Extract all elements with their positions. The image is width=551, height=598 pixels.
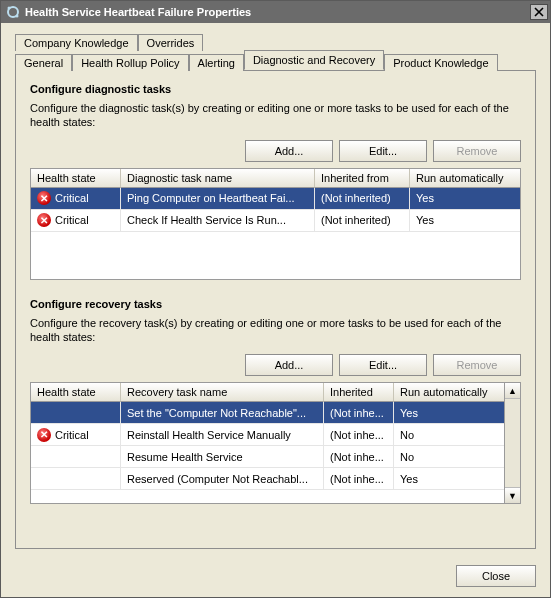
window-close-button[interactable] xyxy=(530,4,548,20)
window-title: Health Service Heartbeat Failure Propert… xyxy=(25,6,530,18)
tab-diagnostic-and-recovery[interactable]: Diagnostic and Recovery xyxy=(244,50,384,70)
cell-auto: Yes xyxy=(410,188,520,209)
tab-overrides[interactable]: Overrides xyxy=(138,34,204,51)
diagnostic-grid-body: ✕ Critical Ping Computer on Heartbeat Fa… xyxy=(31,188,520,276)
cell-auto: Yes xyxy=(410,210,520,231)
col-diagnostic-task-name[interactable]: Diagnostic task name xyxy=(121,169,315,188)
cell-inherited: (Not inhe... xyxy=(324,446,394,467)
cell-inherited: (Not inhe... xyxy=(324,424,394,445)
cell-inherited: (Not inherited) xyxy=(315,188,410,209)
svg-point-1 xyxy=(8,7,11,10)
cell-task-name: Reinstall Health Service Manually xyxy=(121,424,324,445)
recovery-grid-wrap: Health state Recovery task name Inherite… xyxy=(30,382,521,504)
recovery-section-title: Configure recovery tasks xyxy=(30,298,521,310)
cell-inherited: (Not inhe... xyxy=(324,402,394,423)
table-row[interactable]: ✕ Critical Reinstall Health Service Manu… xyxy=(31,424,504,446)
recovery-grid[interactable]: Health state Recovery task name Inherite… xyxy=(30,382,505,504)
critical-icon: ✕ xyxy=(37,191,51,205)
cell-health-state xyxy=(31,402,121,423)
critical-icon: ✕ xyxy=(37,213,51,227)
recovery-grid-body: Set the "Computer Not Reachable"... (Not… xyxy=(31,402,504,500)
dialog-footer: Close xyxy=(1,555,550,597)
cell-task-name: Ping Computer on Heartbeat Fai... xyxy=(121,188,315,209)
cell-health-state xyxy=(31,468,121,489)
diagnostic-remove-button[interactable]: Remove xyxy=(433,140,521,162)
scroll-track[interactable] xyxy=(505,399,520,487)
col-run-automatically[interactable]: Run automatically xyxy=(410,169,520,188)
diagnostic-section-desc: Configure the diagnostic task(s) by crea… xyxy=(30,101,521,130)
cell-health-state xyxy=(31,446,121,467)
table-row[interactable]: ✕ Critical Check If Health Service Is Ru… xyxy=(31,210,520,232)
health-state-text: Critical xyxy=(55,214,89,226)
cell-auto: No xyxy=(394,446,504,467)
cell-health-state: ✕ Critical xyxy=(31,424,121,445)
table-row[interactable]: Reserved (Computer Not Reachabl... (Not … xyxy=(31,468,504,490)
app-icon xyxy=(5,4,21,20)
tab-row-2: General Health Rollup Policy Alerting Di… xyxy=(15,50,536,70)
col-health-state[interactable]: Health state xyxy=(31,169,121,188)
recovery-add-button[interactable]: Add... xyxy=(245,354,333,376)
tab-body: Configure diagnostic tasks Configure the… xyxy=(15,70,536,549)
dialog-window: Health Service Heartbeat Failure Propert… xyxy=(0,0,551,598)
table-row[interactable]: Set the "Computer Not Reachable"... (Not… xyxy=(31,402,504,424)
cell-auto: Yes xyxy=(394,402,504,423)
cell-auto: Yes xyxy=(394,468,504,489)
critical-icon: ✕ xyxy=(37,428,51,442)
scroll-up-button[interactable]: ▲ xyxy=(505,383,520,399)
cell-inherited: (Not inhe... xyxy=(324,468,394,489)
close-button[interactable]: Close xyxy=(456,565,536,587)
cell-task-name: Check If Health Service Is Run... xyxy=(121,210,315,231)
recovery-remove-button[interactable]: Remove xyxy=(433,354,521,376)
tab-general[interactable]: General xyxy=(15,54,72,71)
cell-health-state: ✕ Critical xyxy=(31,188,121,209)
dialog-content: Company Knowledge Overrides General Heal… xyxy=(1,23,550,555)
health-state-text: Critical xyxy=(55,429,89,441)
cell-auto: No xyxy=(394,424,504,445)
diagnostic-add-button[interactable]: Add... xyxy=(245,140,333,162)
col-inherited-from[interactable]: Inherited from xyxy=(315,169,410,188)
svg-point-2 xyxy=(16,15,19,18)
tab-row-1: Company Knowledge Overrides xyxy=(15,33,536,50)
tab-product-knowledge[interactable]: Product Knowledge xyxy=(384,54,497,71)
recovery-scrollbar[interactable]: ▲ ▼ xyxy=(505,382,521,504)
cell-task-name: Resume Health Service xyxy=(121,446,324,467)
cell-health-state: ✕ Critical xyxy=(31,210,121,231)
recovery-edit-button[interactable]: Edit... xyxy=(339,354,427,376)
health-state-text: Critical xyxy=(55,192,89,204)
titlebar[interactable]: Health Service Heartbeat Failure Propert… xyxy=(1,1,550,23)
recovery-section-desc: Configure the recovery task(s) by creati… xyxy=(30,316,521,345)
col-recovery-task-name[interactable]: Recovery task name xyxy=(121,383,324,402)
col-run-automatically[interactable]: Run automatically xyxy=(394,383,504,402)
cell-task-name: Set the "Computer Not Reachable"... xyxy=(121,402,324,423)
diagnostic-button-row: Add... Edit... Remove xyxy=(30,140,521,162)
diagnostic-grid-header: Health state Diagnostic task name Inheri… xyxy=(31,169,520,188)
scroll-down-button[interactable]: ▼ xyxy=(505,487,520,503)
diagnostic-grid[interactable]: Health state Diagnostic task name Inheri… xyxy=(30,168,521,280)
recovery-button-row: Add... Edit... Remove xyxy=(30,354,521,376)
tab-alerting[interactable]: Alerting xyxy=(189,54,244,71)
diagnostic-section-title: Configure diagnostic tasks xyxy=(30,83,521,95)
col-inherited[interactable]: Inherited xyxy=(324,383,394,402)
cell-inherited: (Not inherited) xyxy=(315,210,410,231)
table-row[interactable]: ✕ Critical Ping Computer on Heartbeat Fa… xyxy=(31,188,520,210)
tab-company-knowledge[interactable]: Company Knowledge xyxy=(15,34,138,51)
diagnostic-edit-button[interactable]: Edit... xyxy=(339,140,427,162)
table-row[interactable]: Resume Health Service (Not inhe... No xyxy=(31,446,504,468)
col-health-state[interactable]: Health state xyxy=(31,383,121,402)
recovery-grid-header: Health state Recovery task name Inherite… xyxy=(31,383,504,402)
close-icon xyxy=(534,7,544,17)
cell-task-name: Reserved (Computer Not Reachabl... xyxy=(121,468,324,489)
tab-health-rollup-policy[interactable]: Health Rollup Policy xyxy=(72,54,188,71)
